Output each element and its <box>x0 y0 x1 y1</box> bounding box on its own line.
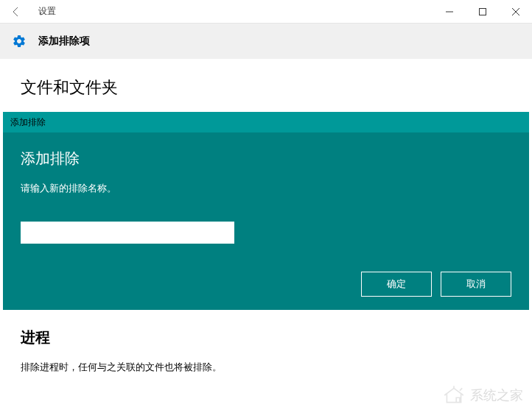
cancel-button[interactable]: 取消 <box>441 272 511 297</box>
page-header: 添加排除项 <box>0 24 532 59</box>
content-area: 文件和文件夹 <box>0 59 532 99</box>
ok-button[interactable]: 确定 <box>361 272 432 297</box>
watermark: 系统之家 <box>442 385 523 406</box>
dialog-titlebar-text: 添加排除 <box>10 116 46 129</box>
close-button[interactable] <box>499 0 532 24</box>
dialog-instruction: 请输入新的排除名称。 <box>21 182 511 195</box>
svg-rect-1 <box>479 8 486 15</box>
dialog-body: 添加排除 请输入新的排除名称。 确定 取消 <box>3 132 529 310</box>
maximize-button[interactable] <box>466 0 499 24</box>
window-titlebar: 设置 <box>0 0 532 24</box>
section-process: 进程 排除进程时，任何与之关联的文件也将被排除。 <box>0 310 532 374</box>
section-process-description: 排除进程时，任何与之关联的文件也将被排除。 <box>21 361 511 374</box>
dialog-button-row: 确定 取消 <box>21 272 511 297</box>
window-controls <box>433 0 532 24</box>
section-files-folders-title: 文件和文件夹 <box>21 77 511 99</box>
dialog-heading: 添加排除 <box>21 149 511 169</box>
exclusion-name-input[interactable] <box>21 222 234 244</box>
back-button[interactable] <box>0 0 32 24</box>
dialog-titlebar: 添加排除 <box>3 112 529 132</box>
house-icon <box>442 385 466 406</box>
titlebar-left: 设置 <box>0 0 433 24</box>
minimize-button[interactable] <box>433 0 466 24</box>
watermark-text: 系统之家 <box>470 386 523 404</box>
section-process-title: 进程 <box>21 328 511 347</box>
window-title: 设置 <box>38 5 56 18</box>
gear-icon <box>12 34 27 49</box>
add-exclusion-dialog: 添加排除 添加排除 请输入新的排除名称。 确定 取消 <box>3 112 529 310</box>
page-title: 添加排除项 <box>38 35 90 48</box>
